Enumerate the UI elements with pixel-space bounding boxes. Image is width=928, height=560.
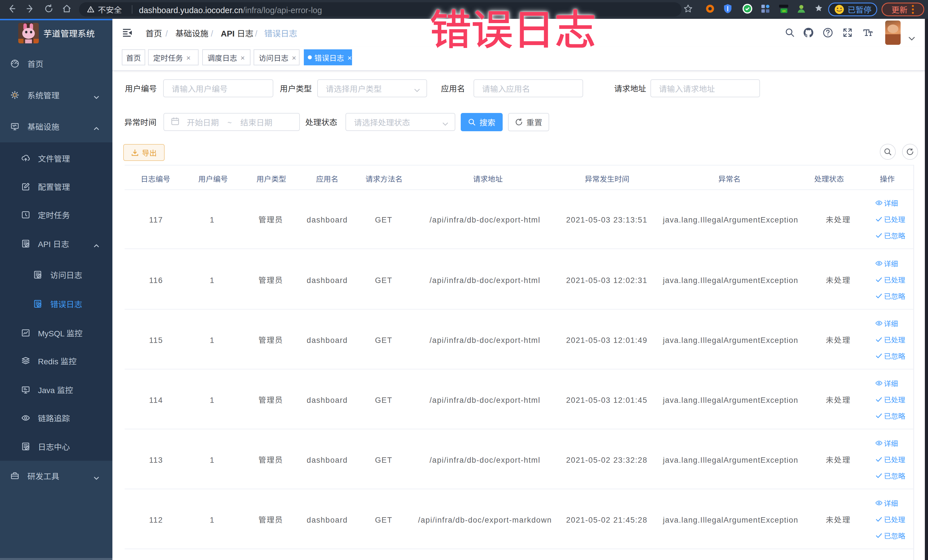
svg-text:on: on [782, 9, 786, 12]
